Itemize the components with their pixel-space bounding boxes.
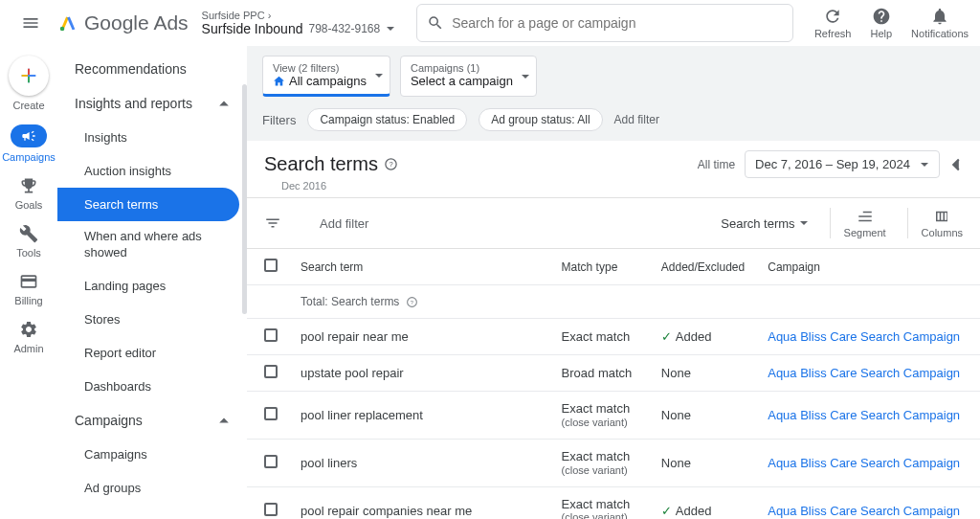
chevron-up-icon <box>218 415 230 426</box>
nav-report-editor[interactable]: Report editor <box>57 336 239 370</box>
table-row: pool liner replacement Exact match(close… <box>247 392 980 440</box>
cell-campaign-link[interactable]: Aqua Bliss Care Search Campaign <box>756 392 971 440</box>
segment-button[interactable]: Segment <box>830 208 886 238</box>
ads-logo-icon <box>57 12 78 34</box>
hamburger-menu[interactable] <box>11 4 50 42</box>
col-campaign[interactable]: Campaign <box>756 249 971 285</box>
cell-added-excluded: ✓Added <box>650 486 756 519</box>
chart-start-label: Dec 2016 <box>247 180 980 197</box>
add-filter-link[interactable]: Add filter <box>614 113 659 126</box>
nav-campaigns-item[interactable]: Campaigns <box>57 438 239 471</box>
caret-down-icon <box>374 71 384 80</box>
select-all-checkbox[interactable] <box>264 259 278 272</box>
filter-chip-adgroup-status[interactable]: Ad group status: All <box>479 108 602 131</box>
check-icon: ✓ <box>661 504 672 518</box>
cell-match-type: Broad match <box>550 355 650 392</box>
col-added-excluded[interactable]: Added/Excluded <box>650 249 756 285</box>
page-title: Search terms ? <box>264 153 398 175</box>
date-range-button[interactable]: Dec 7, 2016 – Sep 19, 2024 <box>745 150 940 178</box>
search-icon <box>427 14 444 32</box>
nav-stores[interactable]: Stores <box>57 303 239 336</box>
cell-adgroup-link[interactable]: Pool Repair <box>971 355 980 392</box>
chevron-right-icon: › <box>268 10 272 21</box>
col-search-term[interactable]: Search term <box>289 249 550 285</box>
cell-adgroup-link[interactable]: Pool Liner Replacement <box>971 440 980 487</box>
caret-down-icon <box>920 160 929 169</box>
rail-billing[interactable]: Billing <box>14 272 42 306</box>
cell-match-type: Exact match(close variant) <box>550 486 650 519</box>
cell-campaign-link[interactable]: Aqua Bliss Care Search Campaign <box>756 440 971 487</box>
filter-icon-button[interactable] <box>264 214 281 232</box>
cell-campaign-link[interactable]: Aqua Bliss Care Search Campaign <box>756 355 971 392</box>
search-box[interactable] <box>416 4 793 42</box>
help-icon[interactable]: ? <box>406 296 418 308</box>
chevron-up-icon <box>218 98 230 109</box>
search-terms-dropdown[interactable]: Search terms <box>721 216 808 231</box>
help-icon[interactable]: ? <box>384 157 398 171</box>
help-button[interactable]: Help <box>870 7 892 39</box>
home-icon <box>273 75 285 87</box>
cell-adgroup-link[interactable]: Pool Repair <box>971 486 980 519</box>
cell-campaign-link[interactable]: Aqua Bliss Care Search Campaign <box>756 486 971 519</box>
nav-dashboards[interactable]: Dashboards <box>57 370 239 403</box>
view-selector[interactable]: View (2 filters) All campaigns <box>262 56 390 97</box>
rail-campaigns[interactable]: Campaigns <box>2 124 56 163</box>
cell-added-excluded: ✓Added <box>650 319 756 355</box>
col-ad-group[interactable]: Ad group <box>971 249 980 285</box>
nav-campaigns-group[interactable]: Campaigns <box>57 403 247 438</box>
cell-search-term: pool repair near me <box>289 319 550 355</box>
table-row: pool repair near me Exact match ✓Added A… <box>247 319 980 355</box>
rail-goals[interactable]: Goals <box>15 176 43 211</box>
help-icon <box>872 7 891 26</box>
table-add-filter[interactable]: Add filter <box>320 216 368 231</box>
cell-added-excluded: None <box>650 392 756 440</box>
total-row: Total: Search terms ? <box>247 285 980 319</box>
nav-auction-insights[interactable]: Auction insights <box>57 154 239 188</box>
table-row: upstate pool repair Broad match None Aqu… <box>247 355 980 392</box>
row-checkbox[interactable] <box>264 328 278 342</box>
nav-ad-groups[interactable]: Ad groups <box>57 471 239 505</box>
table-row: pool repair companies near me Exact matc… <box>247 486 980 519</box>
col-match-type[interactable]: Match type <box>550 249 650 285</box>
nav-insights-reports[interactable]: Insights and reports <box>57 86 247 121</box>
nav-search-terms[interactable]: Search terms <box>57 188 239 221</box>
check-icon: ✓ <box>661 329 672 344</box>
svg-text:?: ? <box>389 160 392 169</box>
rail-tools[interactable]: Tools <box>16 224 41 259</box>
card-icon <box>19 272 38 291</box>
funnel-icon <box>264 214 281 232</box>
refresh-button[interactable]: Refresh <box>814 7 852 39</box>
nav-insights[interactable]: Insights <box>57 121 239 154</box>
search-input[interactable] <box>452 15 783 31</box>
columns-button[interactable]: Columns <box>907 208 963 238</box>
nav-recommendations[interactable]: Recommendations <box>57 52 247 86</box>
rail-create[interactable]: Create <box>9 56 49 111</box>
bell-icon <box>930 7 949 26</box>
cell-added-excluded: None <box>650 440 756 487</box>
refresh-icon <box>823 7 842 26</box>
chevron-left-icon[interactable] <box>949 158 963 171</box>
trophy-icon <box>19 176 38 195</box>
notifications-button[interactable]: Notifications <box>911 7 969 39</box>
cell-campaign-link[interactable]: Aqua Bliss Care Search Campaign <box>756 319 971 355</box>
cell-adgroup-link[interactable]: Pool Repair <box>971 319 980 355</box>
megaphone-icon <box>21 128 36 144</box>
row-checkbox[interactable] <box>264 365 278 378</box>
segment-icon <box>857 208 874 225</box>
cell-adgroup-link[interactable]: Pool Liner Replacement <box>971 392 980 440</box>
nav-when-where[interactable]: When and where ads showed <box>57 221 239 269</box>
filter-chip-campaign-status[interactable]: Campaign status: Enabled <box>307 108 467 131</box>
filters-label: Filters <box>262 113 296 127</box>
campaign-selector[interactable]: Campaigns (1) Select a campaign <box>400 56 537 97</box>
logo-text: Google Ads <box>84 11 189 34</box>
gear-icon <box>19 320 38 339</box>
row-checkbox[interactable] <box>264 503 278 516</box>
svg-point-0 <box>60 27 65 32</box>
row-checkbox[interactable] <box>264 455 278 468</box>
rail-admin[interactable]: Admin <box>13 320 43 354</box>
cell-search-term: pool liner replacement <box>289 392 550 440</box>
caret-down-icon <box>386 24 395 34</box>
row-checkbox[interactable] <box>264 407 278 420</box>
breadcrumb[interactable]: Surfside PPC › Surfside Inbound 798-432-… <box>202 10 396 36</box>
nav-landing-pages[interactable]: Landing pages <box>57 269 239 303</box>
